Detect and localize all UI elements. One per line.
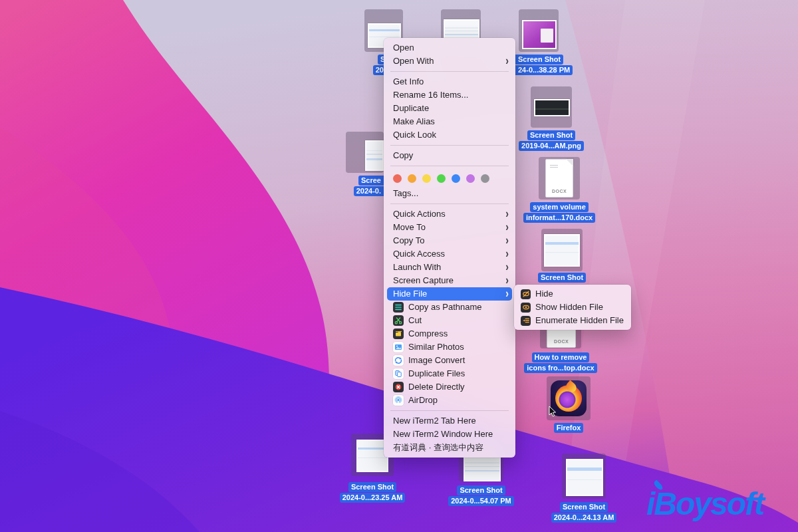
submenu-item-enumerate-hidden-file[interactable]: Enumerate Hidden File	[514, 314, 631, 327]
hide-file-submenu: Hide Show Hidden File Enumerate Hidden F…	[514, 285, 631, 330]
menu-item-image-convert[interactable]: Image Convert	[384, 354, 515, 367]
docx-badge: DOCX	[547, 339, 575, 344]
menu-separator	[390, 203, 509, 204]
menu-item-copy-as-pathname[interactable]: Copy as Pathname	[384, 301, 515, 314]
screenshot-thumbnail	[566, 459, 603, 496]
menu-item-compress[interactable]: Compress	[384, 327, 515, 340]
menu-item-copy-to[interactable]: Copy To›	[384, 234, 515, 247]
menu-item-hide-file[interactable]: Hide File›	[387, 287, 512, 301]
image-convert-icon	[393, 355, 404, 366]
screenshot-thumbnail	[522, 20, 557, 49]
menu-item-youdao-dictionary[interactable]: 有道词典 · 查询选中内容	[384, 441, 515, 454]
chevron-right-icon: ›	[505, 285, 509, 302]
docx-file-icon: DOCX	[545, 159, 573, 198]
icon-label-line1: Screen Shot	[457, 485, 505, 495]
screenshot-thumbnail	[534, 99, 570, 116]
icon-label: Screen Shot 2019-04...AM.png	[531, 130, 572, 151]
menu-item-similar-photos[interactable]: Similar Photos	[384, 340, 515, 354]
tag-purple-dot[interactable]	[466, 174, 475, 183]
chevron-right-icon: ›	[505, 53, 509, 69]
tag-blue-dot[interactable]	[452, 174, 460, 183]
icon-label-line1: Firefox	[554, 423, 584, 433]
icon-label-line1: system volume	[530, 202, 588, 212]
cut-icon	[393, 315, 404, 326]
iboysoft-watermark: iBoysoft	[646, 485, 763, 522]
icon-label: system volume informat...170.docx	[539, 202, 580, 223]
menu-item-duplicate[interactable]: Duplicate	[384, 102, 515, 115]
tag-red-dot[interactable]	[393, 174, 402, 183]
desktop: Scree 2024-0. Screen Shot 24-0...38.28 P…	[0, 0, 798, 532]
menu-item-get-info[interactable]: Get Info	[384, 75, 515, 88]
delete-directly-icon	[393, 382, 404, 392]
icon-label-line2: 2024-0...54.07 PM	[448, 496, 514, 506]
icon-label-line2: informat...170.docx	[523, 213, 595, 223]
tag-color-dots	[384, 170, 515, 187]
duplicate-files-icon	[393, 368, 404, 379]
menu-item-open-with[interactable]: Open With›	[384, 55, 515, 68]
menu-item-quick-access[interactable]: Quick Access›	[384, 247, 515, 261]
pathname-icon	[393, 302, 404, 313]
icon-label-line1: Screen Shot	[515, 55, 563, 65]
page-lines	[550, 165, 558, 169]
icon-label: Firefox	[547, 423, 591, 433]
menu-item-make-alias[interactable]: Make Alias	[384, 115, 515, 128]
menu-item-delete-directly[interactable]: Delete Directly	[384, 380, 515, 394]
submenu-item-show-hidden-file[interactable]: Show Hidden File	[514, 301, 631, 314]
submenu-item-hide[interactable]: Hide	[514, 287, 631, 301]
context-menu: Open Open With› Get Info Rename 16 Items…	[384, 38, 515, 458]
show-hidden-icon	[521, 303, 531, 313]
icon-label-line2: icons fro...top.docx	[524, 363, 597, 373]
icon-label-line2: 2024-0...24.13 AM	[551, 513, 617, 523]
icon-label-line1: Screen Shot	[348, 482, 396, 492]
icon-label: Screen Shot 2024-0...54.07 PM	[459, 485, 503, 506]
icon-label-line2: 2019-04...AM.png	[519, 141, 584, 151]
watermark-text: iBoysoft	[646, 486, 763, 521]
page-fold	[566, 159, 573, 166]
icon-label-line1: Screen Shot	[538, 273, 586, 283]
airdrop-icon	[393, 395, 404, 406]
icon-label: Screen Shot 2024-0...24.13 AM	[562, 502, 606, 523]
menu-item-airdrop[interactable]: AirDrop	[384, 394, 515, 407]
icon-label-line2: 24-0...38.28 PM	[515, 65, 573, 75]
tag-green-dot[interactable]	[437, 174, 446, 183]
menu-item-quick-actions[interactable]: Quick Actions›	[384, 207, 515, 221]
docx-badge: DOCX	[546, 189, 573, 194]
menu-item-open[interactable]: Open	[384, 41, 515, 55]
compress-icon	[393, 329, 404, 339]
icon-label-line2: 2024-0...23.25 AM	[340, 493, 406, 503]
menu-item-copy[interactable]: Copy	[384, 149, 515, 162]
menu-item-quick-look[interactable]: Quick Look	[384, 128, 515, 142]
mouse-cursor-icon	[548, 406, 557, 418]
menu-separator	[390, 71, 509, 72]
menu-separator	[390, 410, 509, 411]
icon-label-line1: How to remove	[532, 352, 590, 362]
tag-orange-dot[interactable]	[408, 174, 416, 183]
menu-item-tags[interactable]: Tags...	[384, 187, 515, 200]
tag-gray-dot[interactable]	[481, 174, 489, 183]
menu-item-duplicate-files[interactable]: Duplicate Files	[384, 367, 515, 380]
menu-item-move-to[interactable]: Move To›	[384, 221, 515, 234]
icon-label: Screen Shot 24-0...38.28 PM	[515, 55, 559, 75]
icon-label-line2: 2024-0.	[354, 186, 384, 196]
menu-item-rename[interactable]: Rename 16 Items...	[384, 88, 515, 102]
menu-item-cut[interactable]: Cut	[384, 314, 515, 327]
icon-label-line1: Scree	[358, 176, 384, 186]
menu-item-screen-capture[interactable]: Screen Capture›	[384, 274, 515, 287]
menu-item-new-iterm2-tab[interactable]: New iTerm2 Tab Here	[384, 414, 515, 428]
icon-label: Scree 2024-0.	[346, 176, 384, 196]
icon-label-line1: Screen Shot	[560, 502, 608, 512]
icon-label: Screen Shot 2024-0...23.25 AM	[351, 482, 394, 503]
menu-separator	[390, 145, 509, 146]
screenshot-thumbnail	[365, 140, 384, 171]
screenshot-thumbnail	[464, 454, 501, 481]
tag-yellow-dot[interactable]	[422, 174, 431, 183]
screenshot-thumbnail	[544, 234, 580, 267]
icon-label: Screen Shot	[541, 273, 583, 283]
similar-photos-icon	[393, 342, 404, 352]
menu-item-launch-with[interactable]: Launch With›	[384, 261, 515, 274]
icon-label-line1: Screen Shot	[527, 130, 575, 140]
icon-label: How to remove icons fro...top.docx	[540, 352, 581, 373]
menu-item-new-iterm2-window[interactable]: New iTerm2 Window Here	[384, 428, 515, 441]
enumerate-hidden-icon	[521, 316, 531, 326]
hide-icon	[521, 289, 531, 299]
